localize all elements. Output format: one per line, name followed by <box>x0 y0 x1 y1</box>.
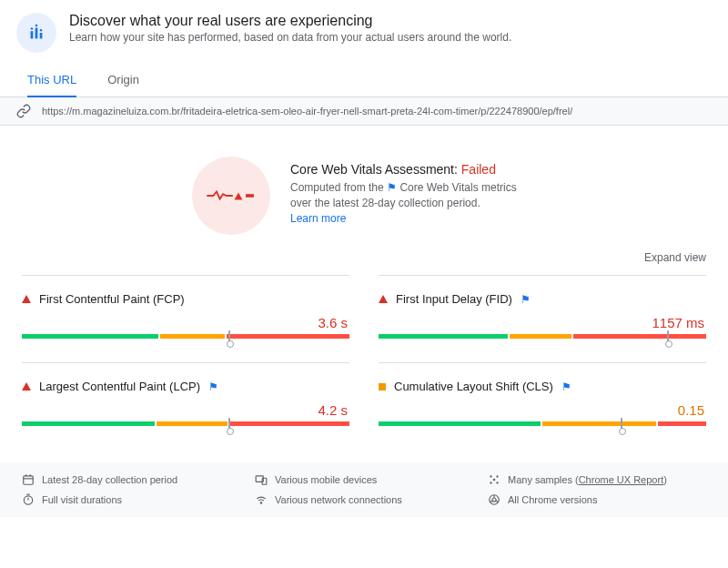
assessment-section: Core Web Vitals Assessment: Failed Compu… <box>0 126 728 251</box>
svg-rect-0 <box>31 31 34 38</box>
metric-name: Largest Contentful Paint (LCP) <box>39 380 200 393</box>
metric-value: 0.15 <box>379 402 706 418</box>
bookmark-icon: ⚑ <box>561 380 571 393</box>
svg-point-14 <box>496 475 498 477</box>
assessment-description: Computed from the ⚑ Core Web Vitals metr… <box>290 180 536 212</box>
metric-value: 4.2 s <box>22 402 349 418</box>
svg-point-13 <box>490 475 491 477</box>
svg-rect-1 <box>35 28 38 39</box>
distribution-bar <box>22 334 349 339</box>
triangle-up-icon <box>379 295 388 303</box>
stopwatch-icon <box>22 493 35 506</box>
svg-line-26 <box>490 501 492 502</box>
metric-value: 3.6 s <box>22 315 349 330</box>
chrome-icon <box>488 493 500 506</box>
svg-point-3 <box>31 27 34 30</box>
metric-lcp[interactable]: Largest Contentful Paint (LCP) ⚑ 4.2 s <box>22 362 349 450</box>
pointer-icon <box>228 418 230 430</box>
svg-point-23 <box>492 498 496 502</box>
users-chart-icon <box>16 13 56 53</box>
samples-icon <box>488 473 500 486</box>
metric-fid[interactable]: First Input Delay (FID) ⚑ 1157 ms <box>379 275 706 362</box>
tabs: This URL Origin <box>0 56 728 97</box>
metric-name: First Input Delay (FID) <box>396 292 512 306</box>
footer-versions: All Chrome versions <box>488 493 706 506</box>
footer-connections: Various network connections <box>255 493 473 506</box>
square-icon <box>379 383 386 390</box>
pointer-icon <box>667 330 669 342</box>
footer-durations: Full visit durations <box>22 493 240 506</box>
assessment-title: Core Web Vitals Assessment: Failed <box>290 162 536 177</box>
distribution-bar <box>379 334 706 339</box>
metric-name: Cumulative Layout Shift (CLS) <box>394 380 553 393</box>
tab-origin[interactable]: Origin <box>107 66 139 97</box>
distribution-bar <box>22 421 349 426</box>
devices-icon <box>255 473 268 486</box>
header: Discover what your real users are experi… <box>0 0 728 56</box>
svg-point-18 <box>24 496 32 504</box>
link-icon <box>16 104 31 118</box>
svg-point-5 <box>40 29 43 32</box>
chrome-ux-report-link[interactable]: Chrome UX Report <box>579 474 664 485</box>
learn-more-link[interactable]: Learn more <box>290 212 536 225</box>
metric-cls[interactable]: Cumulative Layout Shift (CLS) ⚑ 0.15 <box>379 362 706 450</box>
footer-legend: Latest 28-day collection period Various … <box>0 462 728 517</box>
calendar-icon <box>22 473 35 486</box>
url-bar: https://m.magazineluiza.com.br/fritadeir… <box>0 97 728 126</box>
svg-point-21 <box>260 502 261 503</box>
tab-this-url[interactable]: This URL <box>27 66 76 97</box>
expand-view-row: Expand view <box>0 251 728 269</box>
pulse-icon <box>192 157 270 235</box>
distribution-bar <box>379 421 706 426</box>
assessment-status: Failed <box>461 162 496 177</box>
svg-rect-2 <box>40 33 43 38</box>
footer-samples: Many samples (Chrome UX Report) <box>488 473 706 486</box>
bookmark-icon: ⚑ <box>387 181 399 194</box>
wifi-icon <box>255 493 268 506</box>
bookmark-icon: ⚑ <box>208 380 218 393</box>
pointer-icon <box>228 330 230 342</box>
page-subtitle: Learn how your site has performed, based… <box>69 31 511 44</box>
page-title: Discover what your real users are experi… <box>69 13 511 29</box>
footer-devices: Various mobile devices <box>255 473 473 486</box>
svg-point-16 <box>496 482 498 483</box>
triangle-up-icon <box>22 295 31 303</box>
svg-rect-6 <box>246 194 254 198</box>
expand-view-link[interactable]: Expand view <box>644 251 706 264</box>
svg-rect-7 <box>24 476 34 484</box>
metric-value: 1157 ms <box>379 315 706 330</box>
svg-point-15 <box>490 482 491 483</box>
svg-point-4 <box>35 25 38 27</box>
footer-period: Latest 28-day collection period <box>22 473 240 486</box>
metric-name: First Contentful Paint (FCP) <box>39 292 185 306</box>
url-text: https://m.magazineluiza.com.br/fritadeir… <box>42 106 572 117</box>
metric-fcp[interactable]: First Contentful Paint (FCP) 3.6 s <box>22 275 349 362</box>
metrics-grid: First Contentful Paint (FCP) 3.6 s First… <box>0 269 728 462</box>
triangle-up-icon <box>22 382 31 390</box>
svg-point-17 <box>493 479 496 482</box>
svg-line-25 <box>496 501 499 502</box>
bookmark-icon: ⚑ <box>521 293 531 306</box>
